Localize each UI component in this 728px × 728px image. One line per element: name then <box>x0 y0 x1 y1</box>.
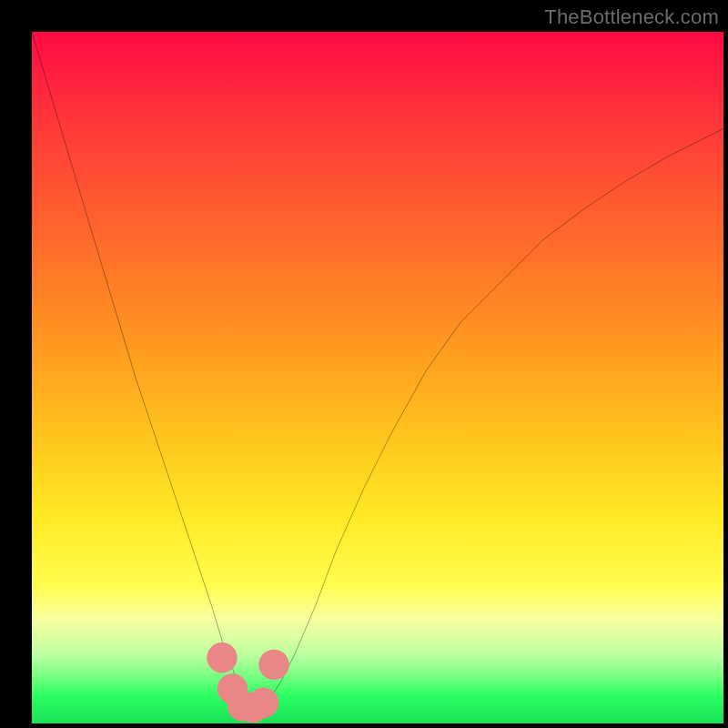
curve-line <box>32 32 723 709</box>
marker-group <box>207 642 288 723</box>
marker-1 <box>207 642 237 672</box>
chart-svg <box>32 32 723 723</box>
attribution-text: TheBottleneck.com <box>544 5 719 29</box>
plot-area <box>32 32 723 723</box>
marker-5 <box>248 687 278 717</box>
marker-6 <box>258 650 288 680</box>
chart-frame: TheBottleneck.com <box>0 0 728 728</box>
